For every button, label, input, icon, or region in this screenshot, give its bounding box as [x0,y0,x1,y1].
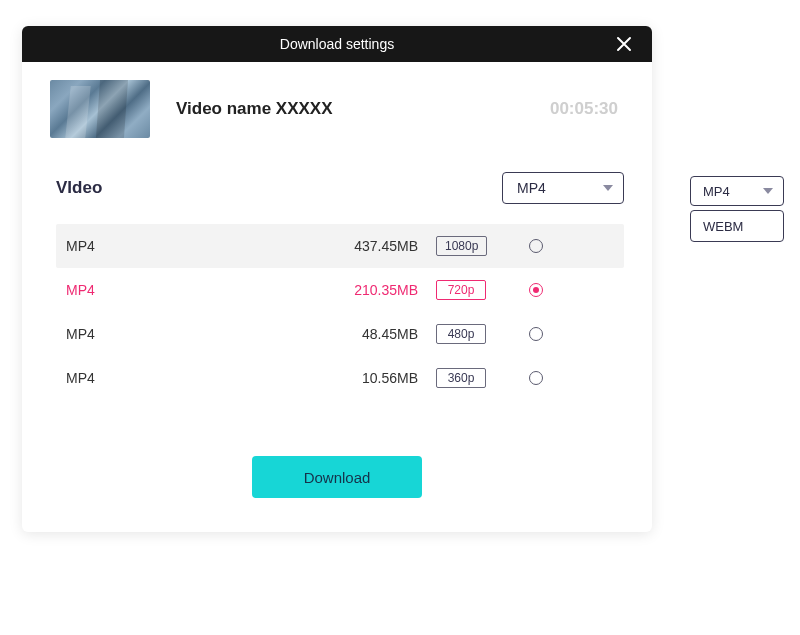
video-name: Video name XXXXX [176,99,524,119]
resolution-cell: 1080p [436,236,506,256]
video-thumbnail [50,80,150,138]
resolution-badge: 1080p [436,236,487,256]
resolution-cell: 360p [436,368,506,388]
format-select-open-example: MP4 WEBM [690,176,784,242]
download-button[interactable]: Download [252,456,422,498]
radio-cell [506,283,566,297]
format-label: MP4 [56,282,326,298]
format-select-alt-value: MP4 [703,184,730,199]
section-header: VIdeo MP4 [56,172,624,204]
download-button-row: Download [22,400,652,532]
modal-header: Download settings [22,26,652,62]
resolution-badge: 720p [436,280,486,300]
radio-cell [506,327,566,341]
format-row[interactable]: MP4437.45MB1080p [56,224,624,268]
resolution-cell: 480p [436,324,506,344]
download-settings-modal: Download settings Video name XXXXX 00:05… [22,26,652,532]
format-option-webm[interactable]: WEBM [691,211,783,241]
file-size: 10.56MB [326,370,436,386]
format-select-dropdown-list: WEBM [690,210,784,242]
select-radio[interactable] [529,327,543,341]
modal-title: Download settings [280,36,394,52]
select-radio[interactable] [529,371,543,385]
format-label: MP4 [56,238,326,254]
format-rows: MP4437.45MB1080pMP4210.35MB720pMP448.45M… [56,224,624,400]
close-button[interactable] [606,26,642,62]
format-select-value: MP4 [517,180,546,196]
close-icon [616,36,632,52]
file-size: 48.45MB [326,326,436,342]
format-select-alt[interactable]: MP4 [690,176,784,206]
section-label: VIdeo [56,178,102,198]
resolution-cell: 720p [436,280,506,300]
format-row[interactable]: MP448.45MB480p [56,312,624,356]
resolution-badge: 480p [436,324,486,344]
video-info-row: Video name XXXXX 00:05:30 [22,62,652,146]
format-row[interactable]: MP4210.35MB720p [56,268,624,312]
file-size: 210.35MB [326,282,436,298]
format-label: MP4 [56,326,326,342]
format-row[interactable]: MP410.56MB360p [56,356,624,400]
video-duration: 00:05:30 [550,99,624,119]
file-size: 437.45MB [326,238,436,254]
select-radio[interactable] [529,239,543,253]
resolution-badge: 360p [436,368,486,388]
radio-cell [506,371,566,385]
format-label: MP4 [56,370,326,386]
video-formats-section: VIdeo MP4 MP4437.45MB1080pMP4210.35MB720… [22,146,652,400]
select-radio[interactable] [529,283,543,297]
radio-cell [506,239,566,253]
chevron-down-icon [603,185,613,191]
format-select[interactable]: MP4 [502,172,624,204]
chevron-down-icon [763,188,773,194]
